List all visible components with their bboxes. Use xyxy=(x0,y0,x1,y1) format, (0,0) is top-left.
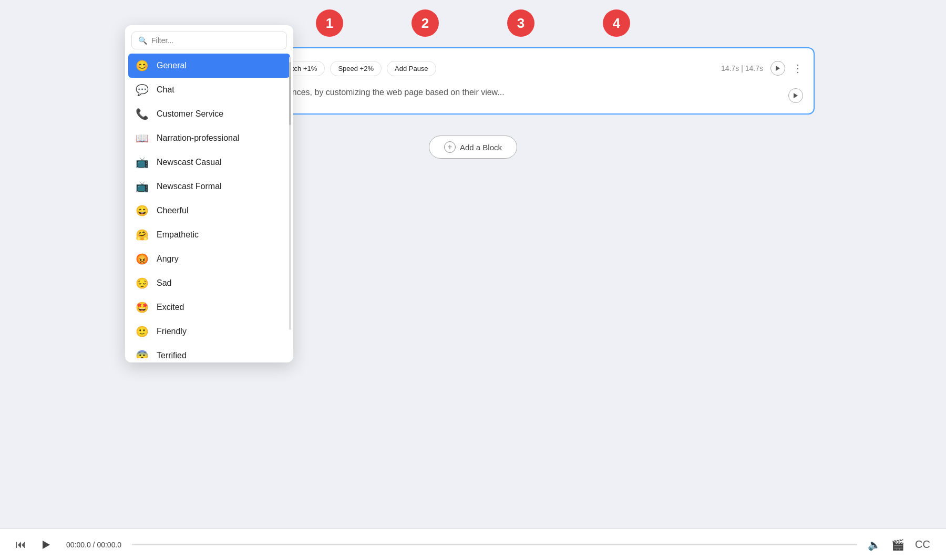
svg-marker-1 xyxy=(794,93,798,98)
item-label-narration: Narration-professional xyxy=(157,133,239,143)
skip-back-icon[interactable]: ⏮ xyxy=(16,538,26,551)
friendly-icon: 🙂 xyxy=(135,325,149,338)
play-button-toolbar[interactable] xyxy=(770,61,785,76)
item-label-empathetic: Empathetic xyxy=(157,230,199,240)
dropdown-search-container: 🔍 xyxy=(131,32,287,49)
main-area: 1 2 3 4 👩 Ava (F) ▾ 😊 General ▾ Pitch +1… xyxy=(0,0,946,560)
svg-marker-0 xyxy=(776,66,780,71)
item-label-cheerful: Cheerful xyxy=(157,206,188,215)
item-label-chat: Chat xyxy=(157,85,174,95)
toolbar-right: 14.7s | 14.7s ⋮ xyxy=(721,61,803,76)
add-block-label: Add a Block xyxy=(460,143,502,152)
svg-marker-2 xyxy=(43,541,50,549)
dropdown-item-cheerful[interactable]: 😄 Cheerful xyxy=(125,199,293,223)
add-block-button[interactable]: + Add a Block xyxy=(429,136,517,159)
volume-icon[interactable]: 🔈 xyxy=(868,538,881,551)
tv-formal-icon: 📺 xyxy=(135,180,149,193)
search-icon: 🔍 xyxy=(138,36,147,45)
dropdown-item-excited[interactable]: 🤩 Excited xyxy=(125,295,293,319)
plus-circle-icon: + xyxy=(444,141,456,153)
filter-input[interactable] xyxy=(151,36,280,45)
tv-casual-icon: 📺 xyxy=(135,156,149,169)
scrollbar xyxy=(289,57,291,330)
item-label-angry: Angry xyxy=(157,254,179,264)
dropdown-item-chat[interactable]: 💬 Chat xyxy=(125,78,293,102)
dropdown-item-angry[interactable]: 😡 Angry xyxy=(125,247,293,271)
player-progress-bar[interactable] xyxy=(132,544,857,545)
more-options-button[interactable]: ⋮ xyxy=(793,62,803,75)
step-4: 4 xyxy=(603,9,630,37)
cc-icon[interactable]: CC xyxy=(915,538,930,551)
item-label-sad: Sad xyxy=(157,278,171,288)
item-label-newscast-formal: Newscast Formal xyxy=(157,182,222,191)
empathetic-icon: 🤗 xyxy=(135,229,149,241)
step-1: 1 xyxy=(316,9,343,37)
dropdown-list: 😊 General 💬 Chat 📞 Customer Service 📖 Na… xyxy=(125,54,293,358)
step-indicators: 1 2 3 4 xyxy=(316,9,630,37)
add-pause-button[interactable]: Add Pause xyxy=(387,61,436,76)
dropdown-item-customer-service[interactable]: 📞 Customer Service xyxy=(125,102,293,126)
player-current-time: 00:00.0 / 00:00.0 xyxy=(66,541,121,549)
book-icon: 📖 xyxy=(135,132,149,144)
excited-icon: 🤩 xyxy=(135,301,149,314)
cheerful-icon: 😄 xyxy=(135,204,149,217)
scrollbar-thumb xyxy=(289,62,291,125)
dropdown-item-sad[interactable]: 😔 Sad xyxy=(125,271,293,295)
item-label-newscast-casual: Newscast Casual xyxy=(157,158,222,167)
style-dropdown: 🔍 😊 General 💬 Chat 📞 Customer Service 📖 xyxy=(125,25,293,362)
step-2: 2 xyxy=(412,9,439,37)
dropdown-item-general[interactable]: 😊 General xyxy=(128,54,290,78)
item-label-terrified: Terrified xyxy=(157,351,187,358)
dropdown-item-terrified[interactable]: 😨 Terrified xyxy=(125,344,293,358)
item-label-excited: Excited xyxy=(157,303,184,312)
scene-icon[interactable]: 🎬 xyxy=(891,538,904,551)
player-play-button[interactable] xyxy=(37,535,56,554)
play-button-inline[interactable] xyxy=(788,88,803,103)
dropdown-item-newscast-formal[interactable]: 📺 Newscast Formal xyxy=(125,174,293,199)
dropdown-item-narration[interactable]: 📖 Narration-professional xyxy=(125,126,293,150)
phone-icon: 📞 xyxy=(135,108,149,120)
dropdown-item-newscast-casual[interactable]: 📺 Newscast Casual xyxy=(125,150,293,174)
chat-icon: 💬 xyxy=(135,84,149,96)
item-label-customer-service: Customer Service xyxy=(157,109,223,119)
item-label-friendly: Friendly xyxy=(157,327,187,336)
duration-label: 14.7s | 14.7s xyxy=(721,64,763,72)
step-3: 3 xyxy=(507,9,534,37)
speed-button[interactable]: Speed +2% xyxy=(330,61,382,76)
dropdown-item-empathetic[interactable]: 🤗 Empathetic xyxy=(125,223,293,247)
player-bar: ⏮ 00:00.0 / 00:00.0 🔈 🎬 CC xyxy=(0,528,946,560)
sad-icon: 😔 xyxy=(135,277,149,289)
item-label-general: General xyxy=(157,61,187,70)
general-icon: 😊 xyxy=(135,59,149,72)
dropdown-item-friendly[interactable]: 🙂 Friendly xyxy=(125,319,293,344)
angry-icon: 😡 xyxy=(135,253,149,265)
terrified-icon: 😨 xyxy=(135,349,149,358)
